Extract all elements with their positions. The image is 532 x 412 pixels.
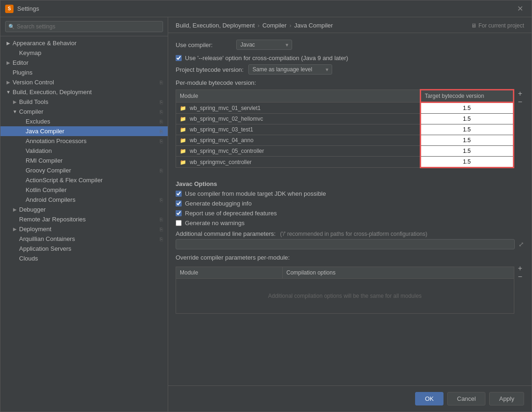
module-table: Module Target bytecode version 📁 wb_spri… xyxy=(176,89,514,168)
per-module-label: Per-module bytecode version: xyxy=(176,79,524,86)
expand-arrow-icon: ▶ xyxy=(5,40,12,47)
module-icon: 📁 xyxy=(180,159,186,165)
version-cell: 1.5 xyxy=(420,135,513,146)
table-row: 📁 wb_spring_mvc_03_test1 1.5 xyxy=(176,124,514,135)
search-input[interactable] xyxy=(5,21,163,32)
sidebar-item-java-compiler[interactable]: ▶ Java Compiler ⎘ xyxy=(0,126,168,136)
close-button[interactable]: ✕ xyxy=(513,2,527,15)
copy-icon: ⎘ xyxy=(160,217,163,222)
search-wrapper: 🔍 xyxy=(5,21,163,32)
copy-icon: ⎘ xyxy=(160,109,163,115)
footer: OK Cancel Apply xyxy=(168,385,532,412)
title-bar: S Settings ✕ xyxy=(0,0,532,17)
right-panel: Build, Execution, Deployment › Compiler … xyxy=(168,17,532,412)
sidebar-item-app-servers[interactable]: ▶ Application Servers xyxy=(0,244,168,254)
no-warnings-checkbox[interactable] xyxy=(176,220,182,226)
sidebar-item-android-compilers[interactable]: ▶ Android Compilers ⎘ xyxy=(0,195,168,205)
breadcrumb-part2: Compiler xyxy=(262,22,286,29)
copy-icon: ⎘ xyxy=(160,129,163,134)
breadcrumb-sep2: › xyxy=(289,22,291,29)
copy-icon: ⎘ xyxy=(160,80,163,85)
breadcrumb: Build, Execution, Deployment › Compiler … xyxy=(176,22,524,29)
sidebar-item-editor[interactable]: ▶ Editor xyxy=(0,58,168,68)
sidebar-item-keymap[interactable]: ▶ Keymap xyxy=(0,48,168,58)
sidebar-item-compiler[interactable]: ▼ Compiler ⎘ xyxy=(0,107,168,117)
override-table-container: Module Compilation options Additional co… xyxy=(176,264,524,314)
col-target-version: Target bytecode version xyxy=(420,90,513,103)
additional-params-label: Additional command line parameters: xyxy=(176,230,276,237)
copy-icon: ⎘ xyxy=(160,119,163,124)
release-option-row: Use '--release' option for cross-compila… xyxy=(176,55,524,62)
sidebar-item-rmi-compiler[interactable]: ▶ RMI Compiler xyxy=(0,156,168,165)
sidebar-item-plugins[interactable]: ▶ Plugins xyxy=(0,68,168,77)
deprecated-label: Report use of deprecated features xyxy=(185,210,277,217)
release-checkbox-label: Use '--release' option for cross-compila… xyxy=(185,55,348,62)
use-compiler-checkbox[interactable] xyxy=(176,191,182,197)
version-cell: 1.5 xyxy=(420,114,513,124)
main-content: 🔍 ▶ Appearance & Behavior ▶ Keymap ▶ xyxy=(0,17,532,412)
module-name-cell: 📁 wb_springmvc_controller xyxy=(176,157,421,168)
override-col-module: Module xyxy=(176,267,283,279)
module-icon: 📁 xyxy=(180,148,186,154)
sidebar-item-annotation-processors[interactable]: ▶ Annotation Processors ⎘ xyxy=(0,136,168,146)
sidebar-item-deployment[interactable]: ▶ Deployment ⎘ xyxy=(0,224,168,234)
override-params-label: Override compiler parameters per-module: xyxy=(176,254,524,261)
sidebar-item-groovy-compiler[interactable]: ▶ Groovy Compiler ⎘ xyxy=(0,165,168,175)
ok-button[interactable]: OK xyxy=(415,392,443,405)
sidebar-item-arquillian[interactable]: ▶ Arquillian Containers ⎘ xyxy=(0,234,168,244)
sidebar-item-validation[interactable]: ▶ Validation xyxy=(0,146,168,156)
sidebar-item-appearance[interactable]: ▶ Appearance & Behavior xyxy=(0,38,168,48)
add-module-button[interactable]: + xyxy=(516,90,524,97)
sidebar-tree: ▶ Appearance & Behavior ▶ Keymap ▶ Edito… xyxy=(0,36,168,412)
use-compiler-checkbox-label: Use compiler from module target JDK when… xyxy=(185,190,326,197)
additional-params-input-row: ⤢ xyxy=(176,239,524,249)
table-row: 📁 wb_springmvc_controller 1.5 xyxy=(176,157,514,168)
cb-no-warnings-row: Generate no warnings xyxy=(176,220,524,227)
debug-info-checkbox[interactable] xyxy=(176,200,182,206)
use-compiler-row: Use compiler: Javac ▼ xyxy=(176,40,524,50)
apply-button[interactable]: Apply xyxy=(489,392,524,405)
sidebar-item-actionscript[interactable]: ▶ ActionScript & Flex Compiler xyxy=(0,175,168,185)
cb-use-compiler-row: Use compiler from module target JDK when… xyxy=(176,190,524,197)
version-cell: 1.5 xyxy=(420,124,513,135)
for-project-text: For current project xyxy=(478,22,524,29)
deprecated-checkbox[interactable] xyxy=(176,210,182,216)
col-module: Module xyxy=(176,90,421,103)
sidebar-item-remote-jar[interactable]: ▶ Remote Jar Repositories ⎘ xyxy=(0,214,168,224)
cb-deprecated-row: Report use of deprecated features xyxy=(176,210,524,217)
sidebar-item-build-tools[interactable]: ▶ Build Tools ⎘ xyxy=(0,97,168,107)
expand-arrow-icon: ▶ xyxy=(12,226,18,233)
release-checkbox[interactable] xyxy=(176,55,182,61)
version-cell: 1.5 xyxy=(420,146,513,157)
remove-override-button[interactable]: − xyxy=(516,273,524,281)
sidebar-item-build-exec[interactable]: ▼ Build, Execution, Deployment xyxy=(0,87,168,97)
copy-icon: ⎘ xyxy=(160,197,163,203)
compiler-select-wrapper: Javac ▼ xyxy=(236,40,292,50)
sidebar-item-kotlin-compiler[interactable]: ▶ Kotlin Compiler xyxy=(0,185,168,195)
override-col-compilation: Compilation options xyxy=(282,267,514,279)
expand-arrow-icon: ▶ xyxy=(12,99,18,105)
sidebar-item-debugger[interactable]: ▶ Debugger xyxy=(0,205,168,214)
module-name-cell: 📁 wb_spring_mvc_02_hellomvc xyxy=(176,114,421,124)
module-table-wrapper: Module Target bytecode version 📁 wb_spri… xyxy=(176,89,514,175)
module-name-cell: 📁 wb_spring_mvc_04_anno xyxy=(176,135,421,146)
add-override-button[interactable]: + xyxy=(516,265,524,272)
expand-arrow-icon: ▼ xyxy=(5,89,12,96)
breadcrumb-path: Build, Execution, Deployment › Compiler … xyxy=(176,22,333,29)
copy-icon: ⎘ xyxy=(160,138,163,144)
bytecode-version-label: Project bytecode version: xyxy=(176,66,244,73)
sidebar-item-excludes[interactable]: ▶ Excludes ⎘ xyxy=(0,117,168,126)
table-side-buttons: + − xyxy=(516,89,524,175)
sidebar-item-clouds[interactable]: ▶ Clouds xyxy=(0,254,168,263)
compiler-select[interactable]: Javac xyxy=(236,40,292,50)
sidebar-item-version-control[interactable]: ▶ Version Control ⎘ xyxy=(0,77,168,87)
version-cell: 1.5 xyxy=(420,157,513,168)
remove-module-button[interactable]: − xyxy=(516,98,524,106)
panel-header: Build, Execution, Deployment › Compiler … xyxy=(168,17,532,33)
table-row: 📁 wb_spring_mvc_01_servlet1 1.5 xyxy=(176,103,514,114)
cancel-button[interactable]: Cancel xyxy=(447,392,485,405)
additional-params-input[interactable] xyxy=(176,239,515,249)
bytecode-version-select[interactable]: Same as language level xyxy=(248,64,332,75)
expand-input-button[interactable]: ⤢ xyxy=(518,240,524,248)
project-icon: 🖥 xyxy=(471,22,477,29)
